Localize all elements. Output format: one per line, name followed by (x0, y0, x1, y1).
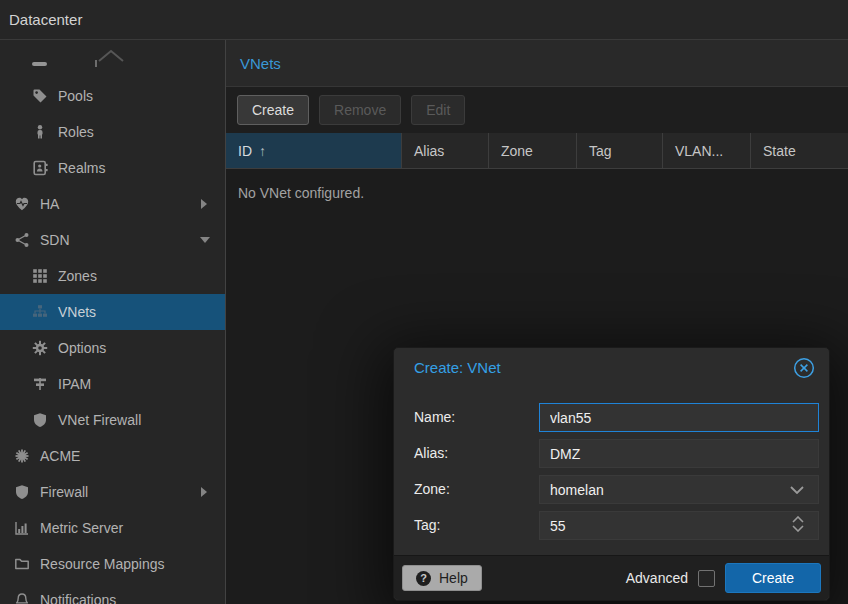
heartbeat-icon (12, 196, 32, 212)
vnets-toolbar: Create Remove Edit (226, 87, 848, 133)
map-signs-icon (30, 376, 50, 392)
tree-scroll-up-indicator[interactable] (0, 40, 225, 78)
sidebar-item-label: Pools (58, 88, 93, 104)
folder-icon (12, 556, 32, 572)
dialog-title: Create: VNet (414, 359, 501, 376)
sidebar-item-label: Firewall (40, 484, 88, 500)
sidebar-item-realms[interactable]: Realms (0, 150, 225, 186)
help-button[interactable]: ? Help (402, 565, 482, 591)
sidebar-item-label: HA (40, 196, 59, 212)
column-header-alias[interactable]: Alias (402, 133, 489, 168)
column-header-id[interactable]: ID ↑ (226, 133, 402, 168)
close-icon[interactable] (793, 357, 815, 379)
chevron-right-icon (201, 199, 207, 209)
sidebar-item-label: Metric Server (40, 520, 123, 536)
create-button[interactable]: Create (237, 95, 309, 125)
remove-button[interactable]: Remove (319, 95, 401, 125)
sidebar-item-label: VNets (58, 304, 96, 320)
table-header: ID ↑ Alias Zone Tag VLAN... State (226, 133, 848, 169)
alias-field-row: Alias: (414, 439, 812, 468)
app-header: Datacenter (0, 0, 848, 40)
sidebar-item-label: Zones (58, 268, 97, 284)
column-header-tag[interactable]: Tag (577, 133, 663, 168)
sidebar-item-firewall[interactable]: Firewall (0, 474, 225, 510)
sidebar-item-label: Roles (58, 124, 94, 140)
create-vnet-dialog: Create: VNet Name: Alias: Zone: Tag: (393, 347, 830, 601)
share-nodes-icon (12, 232, 32, 248)
gear-icon (30, 340, 50, 356)
advanced-label: Advanced (626, 570, 688, 586)
empty-table-message: No VNet configured. (238, 185, 836, 201)
sidebar-item-label: Options (58, 340, 106, 356)
panel-title: VNets (240, 55, 281, 72)
dialog-create-button[interactable]: Create (725, 563, 821, 593)
name-field-row: Name: (414, 403, 812, 432)
question-circle-icon: ? (416, 571, 431, 586)
sidebar-item-label: Notifications (40, 592, 116, 604)
bar-chart-icon (12, 520, 32, 536)
dialog-header: Create: VNet (394, 348, 829, 387)
config-sidebar: Pools Roles Realms HA (0, 40, 226, 604)
sitemap-icon (30, 304, 50, 320)
sidebar-item-acme[interactable]: ACME (0, 438, 225, 474)
partial-item-fragment (32, 62, 47, 66)
sidebar-item-label: IPAM (58, 376, 91, 392)
name-input[interactable] (539, 403, 819, 432)
sidebar-item-pools[interactable]: Pools (0, 78, 225, 114)
sidebar-item-label: Resource Mappings (40, 556, 165, 572)
sidebar-item-options[interactable]: Options (0, 330, 225, 366)
sidebar-item-resource-mappings[interactable]: Resource Mappings (0, 546, 225, 582)
sidebar-item-ipam[interactable]: IPAM (0, 366, 225, 402)
sidebar-item-zones[interactable]: Zones (0, 258, 225, 294)
page-title: Datacenter (9, 11, 82, 28)
address-book-icon (30, 160, 50, 176)
sidebar-item-metric-server[interactable]: Metric Server (0, 510, 225, 546)
tag-spinner[interactable] (539, 511, 819, 540)
alias-input[interactable] (539, 439, 819, 468)
bell-icon (12, 592, 32, 604)
advanced-checkbox[interactable] (698, 570, 715, 587)
chevron-down-icon (200, 237, 210, 243)
dialog-footer: ? Help Advanced Create (394, 555, 829, 600)
sidebar-item-label: ACME (40, 448, 80, 464)
certificate-icon (12, 448, 32, 464)
shield-icon (30, 412, 50, 428)
chevron-up-icon (96, 48, 126, 64)
sidebar-item-label: Realms (58, 160, 105, 176)
proxmox-datacenter-window: Datacenter Pools Roles (0, 0, 848, 604)
chevron-right-icon (201, 487, 207, 497)
column-header-vlan[interactable]: VLAN... (663, 133, 751, 168)
sort-ascending-icon: ↑ (259, 143, 266, 159)
edit-button[interactable]: Edit (411, 95, 465, 125)
sidebar-item-roles[interactable]: Roles (0, 114, 225, 150)
shield-icon (12, 484, 32, 500)
tag-field-row: Tag: (414, 511, 812, 540)
grid-icon (30, 268, 50, 284)
sidebar-item-ha[interactable]: HA (0, 186, 225, 222)
sidebar-item-label: VNet Firewall (58, 412, 141, 428)
user-icon (30, 124, 50, 140)
column-header-zone[interactable]: Zone (489, 133, 577, 168)
zone-select[interactable] (539, 475, 819, 504)
chevron-down-icon[interactable] (790, 486, 804, 494)
panel-header: VNets (226, 40, 848, 87)
sidebar-item-sdn[interactable]: SDN (0, 222, 225, 258)
sidebar-item-vnets[interactable]: VNets (0, 294, 225, 330)
tags-icon (30, 88, 50, 104)
zone-field-row: Zone: (414, 475, 812, 504)
sidebar-item-notifications[interactable]: Notifications (0, 582, 225, 604)
sidebar-item-label: SDN (40, 232, 70, 248)
spinner-up-down-icon[interactable] (792, 516, 804, 532)
column-header-state[interactable]: State (751, 133, 848, 168)
sidebar-item-vnet-firewall[interactable]: VNet Firewall (0, 402, 225, 438)
